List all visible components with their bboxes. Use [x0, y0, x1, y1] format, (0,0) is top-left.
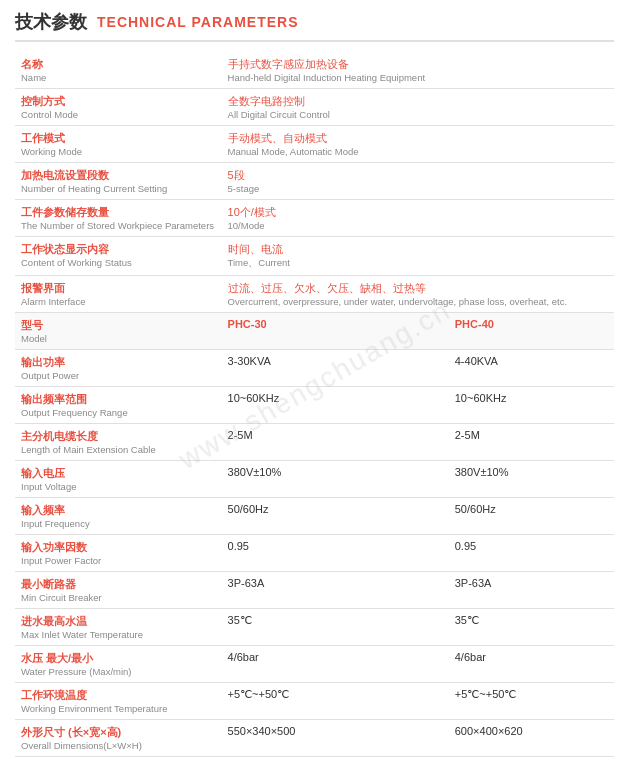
param-val2: 35℃: [455, 614, 608, 627]
table-row: 输入电压Input Voltage380V±10%380V±10%: [15, 461, 614, 498]
param-label-en: Output Frequency Range: [21, 407, 216, 418]
param-label-cell: 型号Model: [15, 313, 222, 350]
table-row: 主分机电缆长度Length of Main Extension Cable2-5…: [15, 424, 614, 461]
param-label-en: Name: [21, 72, 216, 83]
param-label-en: Input Frequency: [21, 518, 216, 529]
param-label-cell: 工作状态显示内容Content of Working Status: [15, 237, 222, 276]
param-value-cell: 时间、电流Time、Current: [222, 237, 614, 276]
param-label-cell: 主分机电缆长度Length of Main Extension Cable: [15, 424, 222, 461]
param-value-col2: 2-5M: [449, 424, 614, 461]
model-name-1: PHC-30: [228, 318, 267, 330]
table-row: 输入频率Input Frequency50/60Hz50/60Hz: [15, 498, 614, 535]
param-label-zh: 工件参数储存数量: [21, 205, 216, 220]
param-label-zh: 输出频率范围: [21, 392, 216, 407]
param-label-cell: 水压 最大/最小Water Pressure (Max/min): [15, 646, 222, 683]
param-value-col1: 550×340×500: [222, 720, 449, 757]
param-label-en: Output Power: [21, 370, 216, 381]
param-label-en: Overall Dimensions(L×W×H): [21, 740, 216, 751]
param-value-col2: 4-40KVA: [449, 350, 614, 387]
param-val1: 0.95: [228, 540, 443, 552]
param-label-zh: 工作模式: [21, 131, 216, 146]
param-label-zh: 型号: [21, 318, 216, 333]
param-value-col1: 50/60Hz: [222, 498, 449, 535]
param-value-col2: 3P-63A: [449, 572, 614, 609]
param-value-col1: 10~60KHz: [222, 387, 449, 424]
param-label-zh: 报警界面: [21, 281, 216, 296]
param-value-zh: 过流、过压、欠水、欠压、缺相、过热等: [228, 281, 608, 296]
param-value-zh: 手动模式、自动模式: [228, 131, 608, 146]
header-zh: 技术参数: [15, 10, 87, 34]
param-label-en: Alarm Interface: [21, 296, 216, 307]
param-value-col2: 50/60Hz: [449, 498, 614, 535]
param-value-col1: 3P-63A: [222, 572, 449, 609]
param-label-zh: 最小断路器: [21, 577, 216, 592]
param-value-col1: 4/6bar: [222, 646, 449, 683]
param-val1: 380V±10%: [228, 466, 443, 478]
table-row: 控制方式Control Mode全数字电路控制All Digital Circu…: [15, 89, 614, 126]
param-label-en: The Number of Stored Workpiece Parameter…: [21, 220, 216, 231]
param-label-cell: 输出功率Output Power: [15, 350, 222, 387]
param-label-zh: 外形尺寸 (长×宽×高): [21, 725, 216, 740]
table-row: 输出频率范围Output Frequency Range10~60KHz10~6…: [15, 387, 614, 424]
param-label-zh: 控制方式: [21, 94, 216, 109]
param-label-zh: 输入功率因数: [21, 540, 216, 555]
param-val2: 50/60Hz: [455, 503, 608, 515]
param-label-zh: 输入频率: [21, 503, 216, 518]
param-label-zh: 名称: [21, 57, 216, 72]
param-label-zh: 输出功率: [21, 355, 216, 370]
param-value-cell: 过流、过压、欠水、欠压、缺相、过热等Overcurrent, overpress…: [222, 276, 614, 313]
table-row: 型号ModelPHC-30PHC-40: [15, 313, 614, 350]
param-val2: 3P-63A: [455, 577, 608, 589]
param-value-col2: 0.95: [449, 535, 614, 572]
table-row: 输入功率因数Input Power Factor0.950.95: [15, 535, 614, 572]
model-name-2: PHC-40: [455, 318, 494, 330]
header-en: TECHNICAL PARAMETERS: [97, 14, 299, 30]
param-label-cell: 外形尺寸 (长×宽×高)Overall Dimensions(L×W×H): [15, 720, 222, 757]
table-row: 水压 最大/最小Water Pressure (Max/min)4/6bar4/…: [15, 646, 614, 683]
param-label-zh: 水压 最大/最小: [21, 651, 216, 666]
param-label-cell: 名称Name: [15, 52, 222, 89]
param-label-cell: 进水最高水温Max Inlet Water Temperature: [15, 609, 222, 646]
param-value-zh: 手持式数字感应加热设备: [228, 57, 608, 72]
param-value-zh: 10个/模式: [228, 205, 608, 220]
table-row: 工作状态显示内容Content of Working Status时间、电流Ti…: [15, 237, 614, 276]
params-table: 名称Name手持式数字感应加热设备Hand-held Digital Induc…: [15, 52, 614, 757]
table-row: 加热电流设置段数Number of Heating Current Settin…: [15, 163, 614, 200]
table-row: 名称Name手持式数字感应加热设备Hand-held Digital Induc…: [15, 52, 614, 89]
param-value-col2: 600×400×620: [449, 720, 614, 757]
param-val1: +5℃~+50℃: [228, 688, 443, 701]
param-val1: 3P-63A: [228, 577, 443, 589]
param-label-cell: 加热电流设置段数Number of Heating Current Settin…: [15, 163, 222, 200]
param-label-zh: 进水最高水温: [21, 614, 216, 629]
param-label-en: Min Circuit Breaker: [21, 592, 216, 603]
table-row: 外形尺寸 (长×宽×高)Overall Dimensions(L×W×H)550…: [15, 720, 614, 757]
param-label-en: Input Voltage: [21, 481, 216, 492]
param-val1: 4/6bar: [228, 651, 443, 663]
table-row: 工作模式Working Mode手动模式、自动模式Manual Mode, Au…: [15, 126, 614, 163]
param-label-en: Max Inlet Water Temperature: [21, 629, 216, 640]
model-header-cell: PHC-30: [222, 313, 449, 350]
param-val2: 4-40KVA: [455, 355, 608, 367]
param-val2: +5℃~+50℃: [455, 688, 608, 701]
table-row: 进水最高水温Max Inlet Water Temperature35℃35℃: [15, 609, 614, 646]
param-label-cell: 报警界面Alarm Interface: [15, 276, 222, 313]
param-val1: 550×340×500: [228, 725, 443, 737]
param-val2: 600×400×620: [455, 725, 608, 737]
param-label-cell: 工作模式Working Mode: [15, 126, 222, 163]
param-val2: 380V±10%: [455, 466, 608, 478]
param-label-cell: 输入频率Input Frequency: [15, 498, 222, 535]
param-label-zh: 输入电压: [21, 466, 216, 481]
param-val1: 50/60Hz: [228, 503, 443, 515]
param-value-en: 10/Mode: [228, 220, 608, 231]
param-value-col1: 3-30KVA: [222, 350, 449, 387]
param-label-en: Model: [21, 333, 216, 344]
param-label-cell: 输出频率范围Output Frequency Range: [15, 387, 222, 424]
param-value-en: All Digital Circuit Control: [228, 109, 608, 120]
param-label-cell: 输入电压Input Voltage: [15, 461, 222, 498]
param-value-cell: 手持式数字感应加热设备Hand-held Digital Induction H…: [222, 52, 614, 89]
param-value-zh: 5段: [228, 168, 608, 183]
model-header-cell-2: PHC-40: [449, 313, 614, 350]
param-value-en: 5-stage: [228, 183, 608, 194]
param-label-zh: 主分机电缆长度: [21, 429, 216, 444]
param-value-en: Time、Current: [228, 257, 608, 270]
